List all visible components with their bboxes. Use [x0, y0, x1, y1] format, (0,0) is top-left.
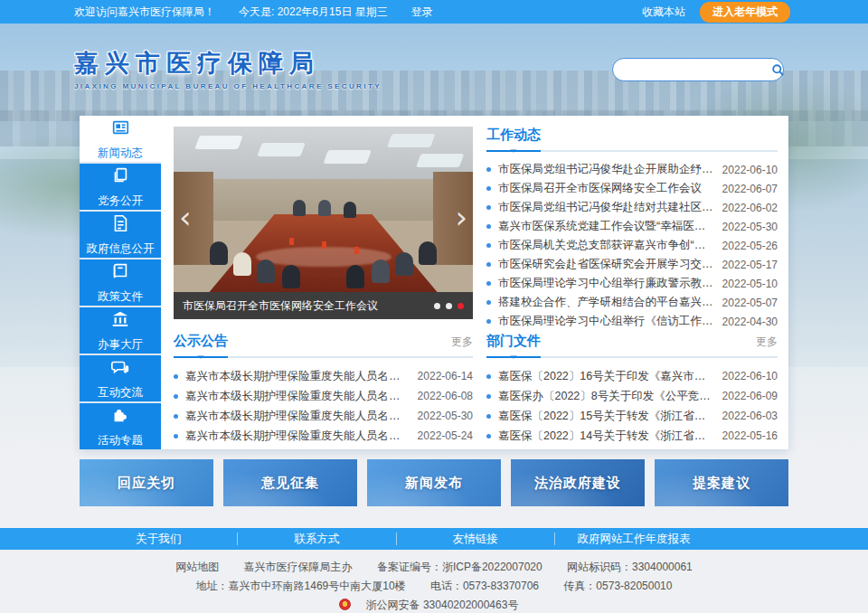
news-title: 市医保局机关党总支部获评嘉兴市争创“建设清廉机... [498, 238, 722, 253]
news-item[interactable]: 市医保局理论学习中心组举行廉政警示教育专题学习...2022-05-10 [486, 274, 778, 293]
carousel-photo-meeting[interactable] [174, 127, 473, 292]
footer-link-friendly-links[interactable]: 友情链接 [397, 533, 555, 545]
banner-respond-concerns[interactable]: 回应关切 [80, 459, 213, 506]
news-item[interactable]: 市医保局召开全市医保网络安全工作会议2022-06-07 [486, 179, 778, 198]
police-record-text[interactable]: 浙公网安备 33040202000463号 [366, 599, 519, 611]
footer-line-3: 浙公网安备 33040202000463号 [0, 596, 868, 613]
more-link[interactable]: 更多 [756, 335, 778, 350]
footer-line-1: 网站地图 嘉兴市医疗保障局主办 备案证编号：浙ICP备2022007020 网站… [0, 558, 868, 577]
news-title: 市医保局召开全市医保网络安全工作会议 [498, 181, 722, 196]
bullet-icon [174, 394, 178, 399]
bullet-icon [486, 414, 491, 419]
news-title: 嘉兴市本级长期护理保险重度失能人员名单公示（2... [185, 409, 418, 424]
news-item[interactable]: 市医保研究会赴省医保研究会开展学习交流活动2022-05-17 [486, 255, 778, 274]
news-title: 嘉医保〔2022〕16号关于印发《嘉兴市医疗保... [498, 369, 722, 384]
quick-link-banners: 回应关切 意见征集 新闻发布 法治政府建设 提案建议 [80, 459, 788, 506]
carousel-prev-icon[interactable]: ‹ [179, 202, 192, 232]
news-date: 2022-05-26 [722, 240, 778, 252]
address-text: 地址：嘉兴市中环南路1469号中南大厦10楼 [196, 580, 406, 592]
bullet-icon [486, 394, 491, 399]
news-item[interactable]: 嘉兴市医保系统党建工作会议暨“幸福医保”党建联...2022-05-30 [486, 217, 778, 236]
news-title: 市医保研究会赴省医保研究会开展学习交流活动 [498, 257, 722, 272]
news-item[interactable]: 嘉医保〔2022〕14号关于转发《浙江省医疗保...2022-05-16 [486, 426, 778, 446]
news-item[interactable]: 嘉兴市本级长期护理保险重度失能人员名单公示（2...2022-06-08 [174, 386, 473, 406]
more-link[interactable]: 更多 [451, 335, 473, 350]
sidebar-item-label: 政策文件 [98, 289, 143, 305]
news-date: 2022-06-08 [418, 390, 473, 402]
sidebar-item-party-affairs[interactable]: 党务公开 [80, 164, 161, 210]
section-documents: 部门文件 更多 嘉医保〔2022〕16号关于印发《嘉兴市医疗保...2022-0… [486, 333, 778, 446]
today-date: 今天是: 2022年6月15日 星期三 [239, 5, 388, 20]
news-date: 2022-05-24 [418, 429, 473, 442]
banner-proposals[interactable]: 提案建议 [655, 459, 788, 506]
news-item[interactable]: 市医保局党组书记冯俊华赴结对共建社区指导全国文...2022-06-02 [486, 198, 778, 217]
photo-people-right [419, 241, 437, 265]
news-item[interactable]: 嘉兴市本级长期护理保险重度失能人员名单公示（2...2022-05-24 [174, 426, 473, 446]
sidebar-item-gov-info[interactable]: 政府信息公开 [80, 212, 161, 258]
main-content-card: 新闻动态 党务公开 政府信息公开 [80, 116, 788, 449]
sidebar-item-policy-files[interactable]: 政策文件 [80, 259, 161, 306]
sidebar-nav: 新闻动态 党务公开 政府信息公开 [80, 116, 161, 449]
news-item[interactable]: 嘉医保办〔2022〕8号关于印发《公平竞争审查...2022-06-09 [486, 386, 778, 406]
news-item[interactable]: 市医保局理论学习中心组举行《信访工作条例》专题...2022-04-30 [486, 312, 778, 331]
news-item[interactable]: 嘉兴市本级长期护理保险重度失能人员名单公示（2...2022-06-14 [174, 366, 473, 386]
carousel-dot-active[interactable] [458, 303, 464, 309]
news-date: 2022-06-10 [722, 370, 778, 382]
elder-mode-button[interactable]: 进入老年模式 [700, 2, 790, 23]
site-search [612, 58, 784, 81]
top-utility-bar: 欢迎访问嘉兴市医疗保障局！ 今天是: 2022年6月15日 星期三 登录 收藏本… [0, 0, 868, 24]
welcome-text: 欢迎访问嘉兴市医疗保障局！ [74, 5, 215, 20]
carousel-caption-bar: 市医保局召开全市医保网络安全工作会议 [174, 292, 473, 319]
newspaper-icon [110, 118, 130, 140]
bullet-icon [174, 374, 178, 379]
section-work-news: 工作动态 市医保局党组书记冯俊华赴企开展助企纾困活动2022-06-10 市医保… [486, 127, 778, 331]
carousel-dots [434, 303, 464, 309]
banner-rule-of-law[interactable]: 法治政府建设 [511, 459, 645, 506]
news-item[interactable]: 搭建校企合作、产学研相结合的平台嘉兴市长期护理...2022-05-07 [486, 293, 778, 312]
section-title: 部门文件 [486, 333, 541, 350]
news-item[interactable]: 嘉医保〔2022〕15号关于转发《浙江省医疗保...2022-06-03 [486, 406, 778, 426]
news-item[interactable]: 嘉医保〔2022〕16号关于印发《嘉兴市医疗保...2022-06-10 [486, 366, 778, 386]
sidebar-item-interaction[interactable]: 互动交流 [80, 355, 161, 401]
footer-link-about[interactable]: 关于我们 [80, 533, 238, 545]
news-item[interactable]: 嘉兴市本级长期护理保险重度失能人员名单公示（2...2022-05-30 [174, 406, 473, 426]
carousel-dot[interactable] [434, 303, 440, 309]
police-badge-icon [339, 599, 351, 610]
section-title: 公示公告 [174, 333, 228, 350]
news-item[interactable]: 市医保局党组书记冯俊华赴企开展助企纾困活动2022-06-10 [486, 160, 778, 179]
bullet-icon [486, 319, 491, 324]
login-link[interactable]: 登录 [411, 5, 433, 20]
search-input[interactable] [613, 63, 771, 76]
news-title: 搭建校企合作、产学研相结合的平台嘉兴市长期护理... [498, 295, 722, 310]
sidebar-item-service-hall[interactable]: 办事大厅 [80, 307, 161, 354]
book-icon [110, 261, 130, 284]
sitemap-link[interactable]: 网站地图 [175, 561, 219, 573]
search-icon[interactable] [771, 63, 785, 77]
site-subtitle: JIAXING MUNICIPAL BUREAU OF HEALTHCARE S… [74, 82, 382, 90]
news-title: 嘉兴市医保系统党建工作会议暨“幸福医保”党建联... [498, 219, 722, 234]
favorite-link[interactable]: 收藏本站 [642, 5, 685, 20]
footer-link-annual-report[interactable]: 政府网站工作年度报表 [555, 533, 712, 545]
bullet-icon [486, 243, 491, 248]
bullet-icon [486, 262, 491, 267]
carousel-caption[interactable]: 市医保局召开全市医保网络安全工作会议 [183, 298, 378, 314]
sidebar-item-special-topics[interactable]: 活动专题 [80, 403, 161, 449]
sidebar-item-news[interactable]: 新闻动态 [80, 116, 161, 162]
news-title: 嘉医保〔2022〕15号关于转发《浙江省医疗保... [498, 409, 722, 424]
footer-info: 网站地图 嘉兴市医疗保障局主办 备案证编号：浙ICP备2022007020 网站… [0, 550, 868, 613]
news-item[interactable]: 市医保局机关党总支部获评嘉兴市争创“建设清廉机...2022-05-26 [486, 236, 778, 255]
news-date: 2022-05-30 [418, 410, 473, 422]
carousel-dot[interactable] [446, 303, 452, 309]
work-news-list: 市医保局党组书记冯俊华赴企开展助企纾困活动2022-06-10 市医保局召开全市… [486, 160, 778, 331]
photo-people-back [293, 200, 306, 216]
sidebar-item-label: 政府信息公开 [87, 241, 155, 257]
news-date: 2022-06-10 [722, 164, 778, 176]
photo-ceiling [174, 127, 473, 179]
footer-link-contact[interactable]: 联系方式 [238, 533, 396, 545]
news-date: 2022-05-16 [722, 429, 778, 442]
carousel-next-icon[interactable]: › [455, 202, 467, 232]
banner-news-release[interactable]: 新闻发布 [367, 459, 501, 506]
news-title: 嘉兴市本级长期护理保险重度失能人员名单公示（2... [185, 369, 418, 384]
news-title: 市医保局党组书记冯俊华赴结对共建社区指导全国文... [498, 200, 722, 215]
banner-opinion-collection[interactable]: 意见征集 [223, 459, 357, 506]
